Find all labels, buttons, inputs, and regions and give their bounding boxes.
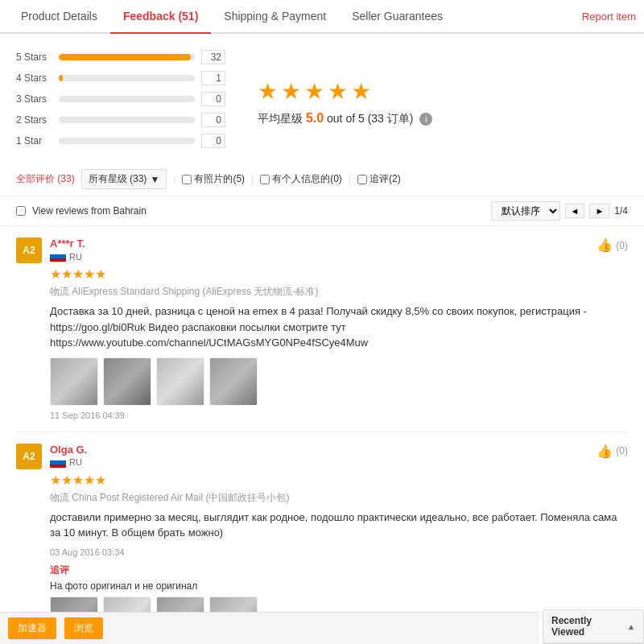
- star-4: ★: [328, 78, 348, 105]
- star-label-4: 4 Stars: [16, 72, 52, 84]
- view-from-label: View reviews from Bahrain: [32, 205, 147, 217]
- filter-bar: 全部评价 (33) 所有星级 (33) ▼ | 有照片的(5) | 有个人信息的…: [0, 163, 644, 196]
- reviewer-info: A***г Т. RU: [50, 237, 597, 262]
- reviewer-flag: RU: [50, 457, 597, 468]
- sort-select[interactable]: 默认排序: [491, 201, 560, 221]
- star-count-1: 0: [201, 134, 225, 148]
- filter-photos[interactable]: 有照片的(5): [182, 172, 245, 186]
- star-row-1: 1 Star 0: [16, 134, 225, 148]
- tab-feedback[interactable]: Feedback (51): [110, 0, 211, 34]
- avatar: A2: [16, 444, 42, 469]
- reviewer-flag: RU: [50, 251, 597, 262]
- filter-all[interactable]: 全部评价 (33): [16, 172, 75, 186]
- review-image[interactable]: [209, 357, 258, 406]
- star-count-3: 0: [201, 92, 225, 106]
- review-date: 03 Aug 2016 03:34: [50, 547, 628, 557]
- rating-section: 5 Stars 32 4 Stars 1 3 Stars 0 2 Stars: [0, 34, 644, 163]
- reviewer-name: A***г Т.: [50, 237, 597, 250]
- filter-stars-dropdown[interactable]: 所有星级 (33) ▼: [81, 169, 167, 189]
- photos-checkbox[interactable]: [182, 175, 192, 184]
- thumbup-icon: 👍: [597, 237, 613, 253]
- star-label-3: 3 Stars: [16, 93, 52, 105]
- star-label-1: 1 Star: [16, 135, 52, 147]
- star-row-5: 5 Stars 32: [16, 50, 225, 64]
- like-button[interactable]: 👍 (0): [597, 237, 628, 253]
- bar-track-2: [59, 117, 195, 123]
- review-text: доставили примерно за месяц, выглядит ка…: [50, 510, 628, 541]
- bottom-toolbar: 加速器 浏览: [0, 612, 539, 644]
- review-images: [50, 357, 628, 406]
- avatar: A2: [16, 237, 42, 263]
- star-count-4: 1: [201, 71, 225, 85]
- info-icon[interactable]: i: [419, 113, 432, 126]
- star-3: ★: [304, 78, 324, 105]
- bar-track-5: [59, 54, 195, 60]
- tab-shipping[interactable]: Shipping & Payment: [211, 0, 339, 34]
- reviews-container: A2 A***г Т. RU 👍 (0) ★★★★★ 物流 AliExpress…: [0, 226, 644, 644]
- avg-text: 平均星级 5.0 out of 5 (33 订单) i: [258, 111, 432, 126]
- report-item-link[interactable]: Report item: [582, 1, 636, 32]
- rating-summary: ★ ★ ★ ★ ★ 平均星级 5.0 out of 5 (33 订单) i: [258, 50, 432, 155]
- recently-viewed-label: Recently Viewed: [551, 615, 627, 638]
- shipping-info: 物流 AliExpress Standard Shipping (AliExpr…: [50, 285, 628, 299]
- page-indicator: 1/4: [614, 205, 628, 217]
- like-count: (0): [616, 240, 628, 251]
- tab-product-details[interactable]: Product Details: [8, 0, 110, 34]
- accelerator-button[interactable]: 加速器: [8, 617, 56, 639]
- flag-icon: [50, 457, 66, 468]
- review-card: A2 A***г Т. RU 👍 (0) ★★★★★ 物流 AliExpress…: [16, 226, 628, 432]
- star-2: ★: [281, 78, 301, 105]
- bar-fill-4: [59, 75, 63, 81]
- star-label-2: 2 Stars: [16, 114, 52, 126]
- star-5: ★: [351, 78, 371, 105]
- view-from-checkbox[interactable]: [16, 206, 26, 216]
- star-row-4: 4 Stars 1: [16, 71, 225, 85]
- review-image[interactable]: [50, 357, 98, 406]
- bar-track-4: [59, 75, 195, 81]
- view-from-bar: View reviews from Bahrain 默认排序 ◄ ► 1/4: [0, 196, 644, 226]
- review-star: ★★★★★: [50, 473, 106, 487]
- follow-up-text: На фото оригинал и не оригинал: [50, 580, 628, 592]
- followup-checkbox[interactable]: [357, 175, 367, 184]
- stars-display: ★ ★ ★ ★ ★: [258, 78, 432, 105]
- thumbup-icon: 👍: [597, 444, 613, 459]
- personal-checkbox[interactable]: [260, 175, 270, 184]
- review-date: 11 Sep 2016 04:39: [50, 411, 628, 420]
- review-image[interactable]: [103, 357, 151, 406]
- recently-viewed-arrow-icon: ▲: [627, 622, 635, 631]
- like-count: (0): [616, 445, 628, 456]
- bar-fill-5: [59, 54, 191, 60]
- bar-track-3: [59, 96, 195, 102]
- reviewer-info: Olga G. RU: [50, 444, 597, 468]
- star-row-2: 2 Stars 0: [16, 113, 225, 127]
- star-count-2: 0: [201, 113, 225, 127]
- review-image[interactable]: [156, 357, 204, 406]
- avg-number: 5.0: [306, 111, 324, 125]
- tab-bar: Product Details Feedback (51) Shipping &…: [0, 0, 644, 34]
- like-button[interactable]: 👍 (0): [597, 444, 628, 459]
- prev-page-btn[interactable]: ◄: [565, 204, 585, 218]
- filter-followup[interactable]: 追评(2): [357, 172, 401, 186]
- star-row-3: 3 Stars 0: [16, 92, 225, 106]
- out-of: out of 5: [327, 112, 365, 125]
- pagination: 默认排序 ◄ ► 1/4: [491, 201, 628, 221]
- recently-viewed-header[interactable]: Recently Viewed ▲: [543, 610, 643, 643]
- flag-icon: [50, 251, 66, 262]
- star-count-5: 32: [201, 50, 225, 64]
- review-star: ★★★★★: [50, 267, 106, 281]
- reviewer-name: Olga G.: [50, 444, 597, 456]
- shipping-info: 物流 China Post Registered Air Mail (中国邮政挂…: [50, 491, 628, 505]
- star-1: ★: [258, 78, 278, 105]
- browse-button[interactable]: 浏览: [64, 617, 103, 639]
- star-bars: 5 Stars 32 4 Stars 1 3 Stars 0 2 Stars: [16, 50, 225, 155]
- filter-personal[interactable]: 有个人信息的(0): [260, 172, 342, 186]
- star-label-5: 5 Stars: [16, 52, 52, 63]
- order-count: (33 订单): [368, 112, 414, 125]
- tab-seller[interactable]: Seller Guarantees: [339, 0, 456, 34]
- next-page-btn[interactable]: ►: [589, 204, 609, 218]
- review-text: Доставка за 10 дней, разница с ценой на …: [50, 303, 628, 351]
- bar-track-1: [59, 138, 195, 144]
- recently-viewed-panel[interactable]: Recently Viewed ▲: [543, 609, 644, 644]
- follow-up-label: 追评: [50, 564, 628, 577]
